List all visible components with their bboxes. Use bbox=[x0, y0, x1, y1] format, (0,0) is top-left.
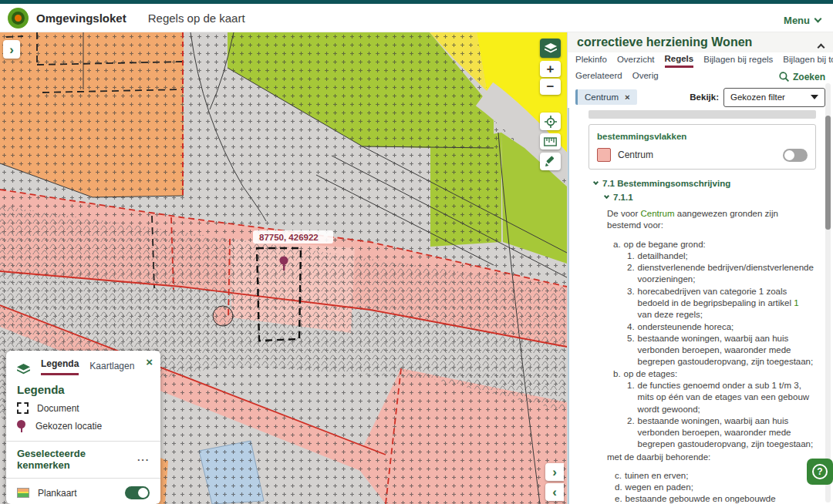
chevron-down-icon bbox=[593, 180, 599, 185]
remove-filter-icon[interactable]: × bbox=[625, 92, 630, 102]
centrum-color-swatch bbox=[597, 148, 611, 162]
zoom-in-button[interactable]: + bbox=[540, 61, 561, 77]
tab-regels[interactable]: Regels bbox=[665, 54, 694, 68]
expand-left-panel-button[interactable]: › bbox=[3, 40, 20, 59]
draw-button[interactable] bbox=[540, 153, 561, 170]
list-item: c.tuinen en erven; bbox=[615, 470, 814, 482]
ruler-icon bbox=[544, 137, 557, 146]
list-item: 2.dienstverlenende bedrijven/dienstverle… bbox=[627, 262, 814, 286]
plankaart-thumbnail-icon bbox=[17, 488, 29, 498]
divider bbox=[6, 441, 160, 442]
coordinate-label: 87750, 426922 bbox=[253, 230, 333, 244]
panel-open-arrow-button[interactable]: › bbox=[545, 463, 564, 481]
artikel-1-link[interactable]: 1 bbox=[794, 298, 798, 307]
tab-gerelateerd[interactable]: Gerelateerd bbox=[575, 71, 622, 82]
layers-button[interactable] bbox=[540, 39, 561, 58]
tab-legenda[interactable]: Legenda bbox=[41, 358, 79, 375]
layers-icon bbox=[17, 364, 30, 375]
panel-close-arrow-button[interactable]: ‹ bbox=[545, 483, 564, 501]
layer-row-plankaart: Plankaart bbox=[6, 483, 160, 502]
tab-plekinfo[interactable]: Plekinfo bbox=[575, 55, 607, 66]
chevron-down-icon bbox=[604, 193, 609, 199]
section-7-1[interactable]: 7.1 Bestemmingsomschrijving bbox=[588, 179, 814, 188]
scrolled-element-remnant bbox=[588, 110, 816, 119]
measure-button[interactable] bbox=[540, 133, 561, 150]
rules-content: bestemmingsvlakken Centrum 7.1 Bestemmin… bbox=[568, 108, 825, 504]
collapse-panel-button[interactable] bbox=[813, 39, 824, 53]
chevron-down-icon bbox=[814, 15, 822, 23]
filter-chip-centrum[interactable]: Centrum × bbox=[575, 89, 637, 105]
list-item: d.wegen en paden; bbox=[615, 482, 814, 493]
list-item: 2.bestaande woningen, waarbij aan huis v… bbox=[627, 415, 814, 451]
search-button[interactable]: Zoeken bbox=[779, 72, 825, 82]
card-group-label: bestemmingsvlakken bbox=[597, 132, 808, 141]
tab-overzicht[interactable]: Overzicht bbox=[617, 55, 655, 66]
pencil-icon bbox=[545, 156, 556, 167]
question-mark-icon: ? bbox=[812, 464, 828, 479]
zoom-out-button[interactable]: − bbox=[540, 79, 561, 95]
view-label: Bekijk: bbox=[690, 92, 719, 102]
location-pin-icon bbox=[17, 420, 25, 432]
plankaart-toggle[interactable] bbox=[125, 486, 150, 499]
tab-bijlagen-bij-toelichting[interactable]: Bijlagen bij toelichting bbox=[783, 55, 833, 66]
document-outline-icon bbox=[17, 402, 29, 414]
close-icon[interactable]: × bbox=[146, 355, 153, 368]
centrum-link[interactable]: Centrum bbox=[640, 209, 674, 218]
caret-down-icon bbox=[811, 95, 818, 99]
rule-mid-text: met de daarbij behorende: bbox=[607, 452, 814, 463]
crosshair-icon bbox=[545, 116, 557, 128]
rules-panel: correctieve herziening Wonen Plekinfo Ov… bbox=[567, 32, 833, 504]
section-7-1-1[interactable]: 7.1.1 bbox=[599, 193, 814, 202]
list-item: 1.detailhandel; bbox=[627, 250, 814, 262]
selected-features-heading: Geselecteerde kenmerken bbox=[17, 448, 137, 471]
layers-icon bbox=[545, 43, 557, 54]
scrollbar-thumb[interactable] bbox=[825, 116, 831, 230]
tab-bijlagen-bij-regels[interactable]: Bijlagen bij regels bbox=[703, 55, 773, 66]
legend-panel: Legenda Kaartlagen × Legenda Document Ge… bbox=[6, 351, 160, 504]
help-button[interactable]: ? bbox=[807, 459, 833, 485]
panel-tabs-row2: Gerelateerd Overig Zoeken bbox=[568, 69, 833, 85]
legend-item-gekozen-locatie: Gekozen locatie bbox=[6, 417, 160, 435]
more-options-icon[interactable]: ··· bbox=[137, 454, 150, 465]
list-item: 1.de functies genoemd onder a sub 1 t/m … bbox=[627, 380, 814, 415]
rule-list-a: a.op de begane grond: 1.detailhandel; 2.… bbox=[613, 239, 814, 451]
brand-title: Omgevingsloket bbox=[36, 12, 126, 25]
panel-tabs-row1: Plekinfo Overzicht Regels Bijlagen bij r… bbox=[568, 52, 833, 69]
legend-heading: Legenda bbox=[6, 375, 160, 399]
bestemmingsvlakken-card: bestemmingsvlakken Centrum bbox=[588, 124, 816, 170]
search-icon bbox=[779, 72, 789, 82]
menu-button[interactable]: Menu bbox=[784, 4, 821, 36]
list-item: 5.bestaande woningen, waarbij aan huis v… bbox=[627, 333, 814, 368]
legend-item-document: Document bbox=[6, 399, 160, 417]
divider bbox=[6, 478, 160, 479]
omgevingsloket-logo-icon bbox=[8, 8, 29, 29]
list-item: 4.ondersteunende horeca; bbox=[627, 321, 814, 333]
rule-list-c: c.tuinen en erven; d.wegen en paden; e.b… bbox=[615, 470, 814, 504]
tab-kaartlagen[interactable]: Kaartlagen bbox=[89, 361, 134, 375]
rule-intro: De voor Centrum aangewezen gronden zijn … bbox=[607, 208, 814, 232]
page-title: Regels op de kaart bbox=[148, 12, 245, 25]
list-item: e.bestaande gebouwde en ongebouwde parke… bbox=[615, 493, 814, 504]
panel-scrollbar[interactable] bbox=[825, 83, 831, 502]
top-bar: Omgevingsloket Regels op de kaart Menu bbox=[0, 0, 833, 32]
list-item: 3. horecabedrijven van categorie 1 zoals… bbox=[627, 286, 814, 321]
svg-text:87750, 426922: 87750, 426922 bbox=[259, 233, 319, 242]
tab-overig[interactable]: Overig bbox=[632, 71, 659, 82]
centrum-toggle[interactable] bbox=[783, 149, 808, 162]
centrum-label: Centrum bbox=[618, 150, 653, 160]
view-filter-select[interactable]: Gekozen filter bbox=[723, 88, 825, 107]
locate-button[interactable] bbox=[540, 113, 561, 130]
panel-title: correctieve herziening Wonen bbox=[577, 35, 752, 49]
map-viewport[interactable]: 87750, 426922 + − bbox=[0, 32, 567, 504]
